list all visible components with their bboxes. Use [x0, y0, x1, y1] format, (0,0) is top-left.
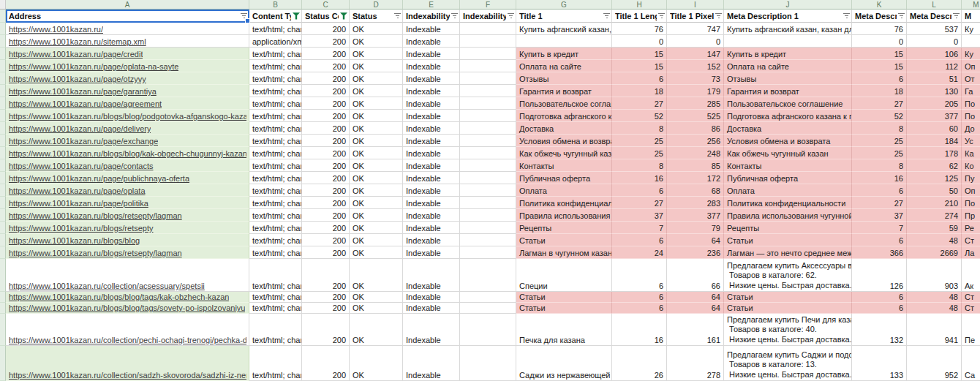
cell-meta_description1[interactable]: Лагман — это нечто среднее между: [724, 246, 852, 259]
funnel-lines-icon[interactable]: [241, 13, 247, 19]
cell-col_m[interactable]: Ре: [962, 222, 980, 234]
cell-status_code[interactable]: 200: [302, 222, 350, 234]
cell-title1_pixel_width[interactable]: 179: [667, 85, 724, 97]
cell-content_type[interactable]: text/html; charse: [249, 292, 302, 303]
cell-title1[interactable]: Печка для казана: [516, 314, 612, 346]
cell-title1[interactable]: Доставка: [516, 122, 612, 135]
cell-title1[interactable]: Правила использования чугунной: [516, 209, 612, 222]
cell-content_type[interactable]: text/html; charse: [249, 234, 302, 246]
cell-indexability_status[interactable]: [460, 135, 516, 147]
url-link[interactable]: https://www.1001kazan.ru/blogs/blog/kak-…: [9, 149, 246, 158]
cell-status[interactable]: OK: [350, 314, 403, 346]
cell-indexability_status[interactable]: [460, 303, 516, 314]
cell-meta_description1[interactable]: Пользовательское соглашение: [724, 97, 852, 110]
header-cell-status[interactable]: Status: [350, 10, 403, 23]
cell-content_type[interactable]: text/html; charse: [249, 72, 302, 85]
cell-indexability[interactable]: Indexable: [403, 172, 460, 184]
cell-title1_pixel_width[interactable]: 161: [667, 314, 724, 346]
cell-title1[interactable]: Специи: [516, 259, 612, 292]
cell-meta_desc1_length[interactable]: 16: [852, 172, 907, 184]
cell-col_m[interactable]: Га: [962, 85, 980, 97]
cell-meta_desc1_pixel_width[interactable]: 537: [907, 23, 962, 35]
cell-indexability_status[interactable]: [460, 209, 516, 222]
cell-content_type[interactable]: text/html; charse: [249, 122, 302, 135]
cell-status[interactable]: OK: [350, 159, 403, 172]
cell-status[interactable]: OK: [350, 346, 403, 381]
cell-meta_desc1_length[interactable]: 15: [852, 60, 907, 72]
cell-title1_length[interactable]: 8: [612, 159, 667, 172]
funnel-lines-icon[interactable]: [658, 13, 665, 19]
cell-content_type[interactable]: text/html; charse: [249, 184, 302, 197]
cell-meta_desc1_pixel_width[interactable]: 130: [907, 85, 962, 97]
cell-title1_pixel_width[interactable]: 525: [667, 110, 724, 122]
cell-address[interactable]: https://www.1001kazan.ru/collection/acse…: [6, 259, 249, 292]
cell-address[interactable]: https://www.1001kazan.ru/collection/pech…: [6, 314, 249, 346]
cell-indexability_status[interactable]: [460, 259, 516, 292]
cell-status_code[interactable]: 200: [302, 122, 350, 135]
cell-col_m[interactable]: Оп: [962, 60, 980, 72]
cell-col_m[interactable]: Ст: [962, 234, 980, 246]
url-link[interactable]: https://www.1001kazan.ru/page/politika: [9, 199, 148, 208]
cell-col_m[interactable]: Ак: [962, 259, 980, 292]
cell-meta_desc1_pixel_width[interactable]: 377: [907, 110, 962, 122]
cell-meta_desc1_length[interactable]: 15: [852, 48, 907, 60]
cell-meta_description1[interactable]: Купить в кредит: [724, 48, 852, 60]
cell-meta_description1[interactable]: Правила использования чугунной по: [724, 209, 852, 222]
cell-col_m[interactable]: Са: [962, 346, 980, 381]
cell-title1_length[interactable]: 0: [612, 35, 667, 48]
header-cell-indexability[interactable]: Indexability: [403, 10, 460, 23]
cell-content_type[interactable]: text/html; charse: [249, 197, 302, 209]
cell-meta_description1[interactable]: Предлагаем купить Саджи и подстав Товаро…: [724, 346, 852, 381]
cell-status[interactable]: OK: [350, 97, 403, 110]
cell-title1_pixel_width[interactable]: 73: [667, 72, 724, 85]
cell-title1_pixel_width[interactable]: 86: [667, 122, 724, 135]
cell-title1_pixel_width[interactable]: 377: [667, 209, 724, 222]
cell-title1_pixel_width[interactable]: 248: [667, 147, 724, 159]
cell-status[interactable]: OK: [350, 48, 403, 60]
header-cell-status_code[interactable]: Status Code: [302, 10, 350, 23]
cell-meta_description1[interactable]: [724, 35, 852, 48]
cell-indexability_status[interactable]: [460, 346, 516, 381]
cell-title1[interactable]: Политика конфиденциальности: [516, 197, 612, 209]
cell-status[interactable]: OK: [350, 222, 403, 234]
column-letter-H[interactable]: H: [612, 0, 667, 10]
header-cell-meta_desc1_length[interactable]: Meta Descrip: [852, 10, 907, 23]
cell-title1_pixel_width[interactable]: 172: [667, 172, 724, 184]
cell-status[interactable]: OK: [350, 72, 403, 85]
cell-indexability[interactable]: Indexable: [403, 209, 460, 222]
cell-status[interactable]: OK: [350, 292, 403, 303]
cell-meta_desc1_pixel_width[interactable]: 112: [907, 60, 962, 72]
cell-title1_length[interactable]: 6: [612, 259, 667, 292]
cell-title1[interactable]: [516, 35, 612, 48]
cell-meta_description1[interactable]: Оплата на сайте: [724, 60, 852, 72]
column-letter-I[interactable]: I: [667, 0, 724, 10]
cell-indexability_status[interactable]: [460, 72, 516, 85]
cell-address[interactable]: https://www.1001kazan.ru/blogs/retsepty/…: [6, 246, 249, 259]
cell-indexability_status[interactable]: [460, 110, 516, 122]
cell-col_m[interactable]: Пр: [962, 209, 980, 222]
cell-address[interactable]: https://www.1001kazan.ru/page/politika: [6, 197, 249, 209]
cell-title1_length[interactable]: 15: [612, 60, 667, 72]
cell-meta_desc1_length[interactable]: 8: [852, 122, 907, 135]
cell-status_code[interactable]: 200: [302, 209, 350, 222]
cell-title1[interactable]: Оплата: [516, 184, 612, 197]
cell-title1_pixel_width[interactable]: 85: [667, 159, 724, 172]
cell-indexability[interactable]: Indexable: [403, 246, 460, 259]
cell-status[interactable]: OK: [350, 197, 403, 209]
cell-title1_length[interactable]: 25: [612, 147, 667, 159]
cell-meta_desc1_length[interactable]: 6: [852, 303, 907, 314]
cell-status[interactable]: OK: [350, 35, 403, 48]
cell-meta_desc1_pixel_width[interactable]: 51: [907, 72, 962, 85]
cell-content_type[interactable]: text/html; charse: [249, 60, 302, 72]
cell-indexability[interactable]: Indexable: [403, 292, 460, 303]
cell-content_type[interactable]: text/html; charse: [249, 314, 302, 346]
url-link[interactable]: https://www.1001kazan.ru/page/contacts: [9, 162, 154, 170]
cell-meta_desc1_pixel_width[interactable]: 48: [907, 234, 962, 246]
cell-meta_desc1_length[interactable]: 25: [852, 135, 907, 147]
cell-title1[interactable]: Купить афганский казан, казан для: [516, 23, 612, 35]
cell-meta_description1[interactable]: Подготовка афганского казана к пере: [724, 110, 852, 122]
column-letter-A[interactable]: A: [6, 0, 249, 10]
cell-title1_length[interactable]: 6: [612, 184, 667, 197]
cell-meta_desc1_pixel_width[interactable]: 125: [907, 172, 962, 184]
cell-status_code[interactable]: 200: [302, 346, 350, 381]
